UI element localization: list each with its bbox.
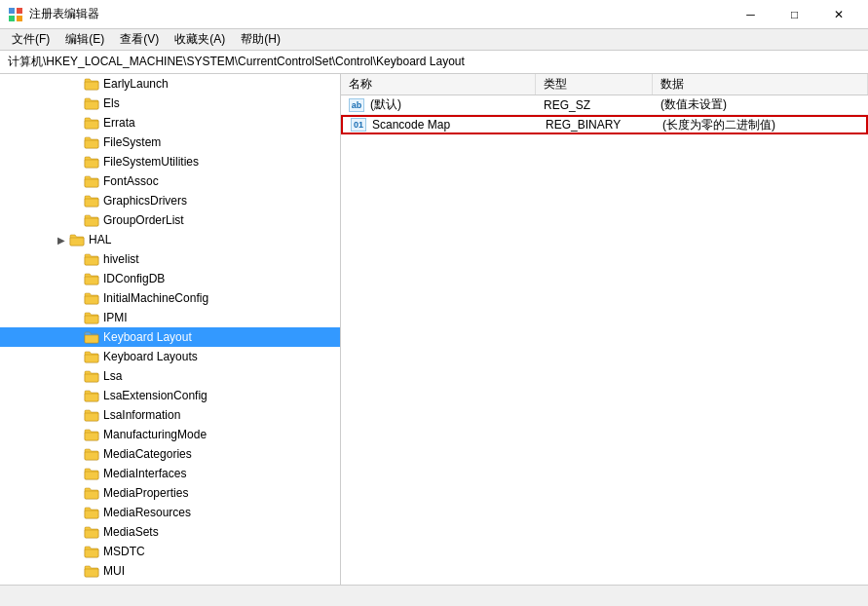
tree-node-label: Errata xyxy=(103,116,135,130)
tree-node-label: Keyboard Layouts xyxy=(103,350,198,363)
tree-panel[interactable]: EarlyLaunch Els Errata FileSystem FileSy… xyxy=(0,74,341,585)
folder-icon xyxy=(84,564,99,578)
menu-bar: 文件(F)编辑(E)查看(V)收藏夹(A)帮助(H) xyxy=(0,29,868,51)
tree-node-label: FontAssoc xyxy=(103,174,159,188)
tree-node[interactable]: LsaInformation xyxy=(0,405,340,425)
tree-node-label: MUI xyxy=(103,564,125,578)
menu-item-1[interactable]: 编辑(E) xyxy=(57,29,112,51)
tree-node[interactable]: InitialMachineConfig xyxy=(0,288,340,308)
folder-icon xyxy=(84,447,99,461)
tree-node[interactable]: ManufacturingMode xyxy=(0,425,340,444)
tree-node[interactable]: MediaResources xyxy=(0,503,340,522)
tree-node-label: GroupOrderList xyxy=(103,213,184,227)
tree-node[interactable]: hivelist xyxy=(0,249,340,269)
tree-node-label: LsaExtensionConfig xyxy=(103,389,208,402)
tree-node[interactable]: FileSystemUtilities xyxy=(0,152,340,171)
title-bar-title: 注册表编辑器 xyxy=(29,6,99,22)
tree-node-label: MediaResources xyxy=(103,506,191,519)
tree-node-label: IDConfigDB xyxy=(103,272,165,285)
tree-node-label: MediaCategories xyxy=(103,447,192,461)
tree-node-label: NetDiagFx xyxy=(103,584,159,585)
folder-icon xyxy=(84,252,99,266)
tree-node-label: MediaInterfaces xyxy=(103,467,186,480)
tree-node-label: Lsa xyxy=(103,369,122,383)
folder-icon xyxy=(84,584,99,585)
cell-name-label: (默认) xyxy=(370,96,401,113)
minimize-button[interactable]: ─ xyxy=(729,0,773,29)
title-bar-controls: ─ □ ✕ xyxy=(729,0,860,29)
svg-rect-3 xyxy=(17,16,22,21)
col-header-name[interactable]: 名称 xyxy=(341,74,536,95)
tree-node-label: MSDTC xyxy=(103,545,145,558)
reg-bin-icon: 01 xyxy=(351,118,366,132)
reg-ab-icon: ab xyxy=(349,98,364,112)
tree-node-label: HAL xyxy=(89,233,111,246)
folder-icon xyxy=(84,213,99,227)
folder-icon xyxy=(69,233,85,246)
folder-icon xyxy=(84,506,99,519)
folder-icon xyxy=(84,272,99,285)
col-header-type[interactable]: 类型 xyxy=(536,74,653,95)
tree-node[interactable]: MSDTC xyxy=(0,542,340,561)
folder-icon xyxy=(84,350,99,363)
folder-icon xyxy=(84,155,99,169)
menu-item-4[interactable]: 帮助(H) xyxy=(233,29,288,51)
menu-item-2[interactable]: 查看(V) xyxy=(112,29,167,51)
close-button[interactable]: ✕ xyxy=(816,0,860,29)
tree-node[interactable]: IPMI xyxy=(0,308,340,327)
tree-node[interactable]: EarlyLaunch xyxy=(0,74,340,94)
right-pane: 名称 类型 数据 ab(默认)REG_SZ(数值未设置)01Scancode M… xyxy=(341,74,868,585)
tree-node-label: IPMI xyxy=(103,311,128,324)
tree-node-label: MediaProperties xyxy=(103,486,188,500)
menu-item-0[interactable]: 文件(F) xyxy=(4,29,57,51)
address-bar: 计算机\HKEY_LOCAL_MACHINE\SYSTEM\CurrentCon… xyxy=(0,51,868,74)
tree-node-label: Keyboard Layout xyxy=(103,330,192,344)
cell-name: 01Scancode Map xyxy=(343,118,538,132)
table-row[interactable]: 01Scancode MapREG_BINARY(长度为零的二进制值) xyxy=(341,115,868,134)
tree-node-label: FileSystem xyxy=(103,135,161,149)
tree-node[interactable]: MUI xyxy=(0,561,340,581)
svg-rect-0 xyxy=(9,8,15,14)
folder-icon xyxy=(84,96,99,110)
folder-icon xyxy=(84,408,99,422)
tree-node[interactable]: LsaExtensionConfig xyxy=(0,386,340,405)
cell-data: (数值未设置) xyxy=(653,96,868,113)
tree-node[interactable]: FileSystem xyxy=(0,133,340,152)
address-path: 计算机\HKEY_LOCAL_MACHINE\SYSTEM\CurrentCon… xyxy=(8,54,465,70)
menu-item-3[interactable]: 收藏夹(A) xyxy=(167,29,233,51)
col-header-data[interactable]: 数据 xyxy=(653,74,868,95)
folder-icon xyxy=(84,467,99,480)
tree-node-label: Els xyxy=(103,96,120,110)
tree-node[interactable]: GraphicsDrivers xyxy=(0,191,340,210)
tree-node[interactable]: GroupOrderList xyxy=(0,210,340,230)
tree-node[interactable]: Els xyxy=(0,94,340,113)
cell-data: (长度为零的二进制值) xyxy=(655,117,866,133)
title-bar: 注册表编辑器 ─ □ ✕ xyxy=(0,0,868,29)
expand-arrow-icon[interactable]: ▶ xyxy=(54,235,69,246)
tree-node[interactable]: Errata xyxy=(0,113,340,133)
tree-node[interactable]: MediaProperties xyxy=(0,483,340,503)
folder-icon xyxy=(84,194,99,208)
cell-type: REG_SZ xyxy=(536,98,653,112)
tree-node[interactable]: MediaSets xyxy=(0,522,340,542)
tree-node[interactable]: MediaCategories xyxy=(0,444,340,464)
tree-node[interactable]: IDConfigDB xyxy=(0,269,340,288)
table-row[interactable]: ab(默认)REG_SZ(数值未设置) xyxy=(341,95,868,115)
maximize-button[interactable]: □ xyxy=(773,0,816,29)
tree-node[interactable]: Keyboard Layouts xyxy=(0,347,340,366)
folder-icon xyxy=(84,545,99,558)
tree-node[interactable]: Lsa xyxy=(0,366,340,386)
folder-icon xyxy=(84,330,99,344)
tree-node-label: MediaSets xyxy=(103,525,159,539)
tree-node[interactable]: NetDiagFx xyxy=(0,581,340,585)
tree-node[interactable]: FontAssoc xyxy=(0,171,340,191)
folder-icon xyxy=(84,428,99,441)
tree-node[interactable]: ▶ HAL xyxy=(0,230,340,249)
tree-node-label: hivelist xyxy=(103,252,139,266)
folder-icon xyxy=(84,135,99,149)
tree-node-label: GraphicsDrivers xyxy=(103,194,187,208)
tree-node[interactable]: MediaInterfaces xyxy=(0,464,340,483)
svg-rect-1 xyxy=(17,8,22,14)
tree-node-label: ManufacturingMode xyxy=(103,428,207,441)
tree-node[interactable]: Keyboard Layout xyxy=(0,327,340,347)
